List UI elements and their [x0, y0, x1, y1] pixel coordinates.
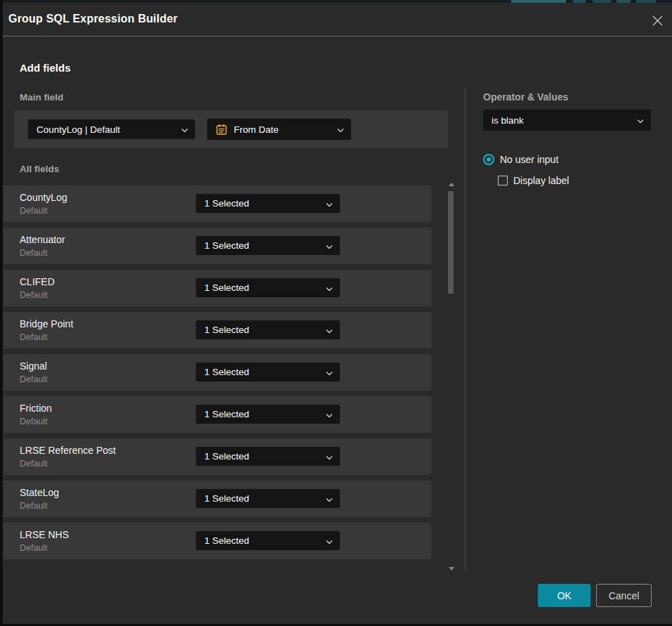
main-field-panel: CountyLog | Default From Date [14, 110, 448, 148]
field-sublabel: Default [20, 248, 48, 258]
field-selection-value: 1 Selected [204, 325, 249, 335]
field-row-clifed: CLIFED Default 1 Selected [3, 270, 431, 306]
operator-values-label: Operator & Values [483, 91, 568, 103]
field-row-lrse-nhs: LRSE NHS Default 1 Selected [3, 523, 431, 559]
field-selection-select[interactable]: 1 Selected [196, 194, 340, 213]
close-icon [652, 15, 664, 27]
cancel-button[interactable]: Cancel [596, 584, 652, 607]
field-name: Bridge Point [20, 318, 73, 330]
no-user-input-radio[interactable]: No user input [483, 153, 558, 166]
chevron-down-icon [326, 325, 333, 335]
chevron-down-icon [326, 493, 333, 504]
field-row-statelog: StateLog Default 1 Selected [3, 481, 431, 517]
field-sublabel: Default [20, 332, 48, 342]
chevron-down-icon [326, 535, 333, 546]
field-selection-value: 1 Selected [204, 240, 249, 251]
field-selection-value: 1 Selected [204, 367, 249, 377]
dialog-header: Group SQL Expression Builder [3, 3, 672, 37]
chevron-down-icon [326, 367, 333, 377]
display-label-checkbox[interactable]: Display label [498, 175, 569, 186]
close-button[interactable] [650, 13, 665, 28]
field-row-lrse-reference-post: LRSE Reference Post Default 1 Selected [3, 438, 431, 475]
main-field-source-value: CountyLog | Default [37, 124, 120, 135]
chevron-down-icon [326, 240, 333, 251]
field-row-friction: Friction Default 1 Selected [3, 396, 431, 433]
field-name: LRSE NHS [20, 529, 69, 540]
add-fields-heading: Add fields [20, 62, 71, 74]
chevron-down-icon [326, 198, 333, 209]
field-selection-value: 1 Selected [204, 282, 249, 293]
field-sublabel: Default [20, 459, 48, 469]
field-selection-select[interactable]: 1 Selected [196, 278, 340, 297]
chevron-down-icon [326, 282, 333, 293]
chevron-down-icon [637, 115, 644, 126]
group-sql-expression-builder-dialog: Group SQL Expression Builder Add fields … [3, 3, 672, 624]
field-selection-value: 1 Selected [204, 535, 249, 546]
field-row-attenuator: Attenuator Default 1 Selected [3, 228, 431, 264]
operator-select[interactable]: is blank [483, 110, 651, 131]
main-field-date-value: From Date [234, 124, 279, 135]
field-selection-value: 1 Selected [204, 198, 249, 209]
field-sublabel: Default [20, 417, 48, 426]
panel-divider [465, 88, 466, 570]
field-sublabel: Default [20, 501, 48, 511]
field-row-countylog: CountyLog Default 1 Selected [3, 185, 431, 222]
radio-selected-icon [483, 154, 494, 165]
field-selection-select[interactable]: 1 Selected [196, 320, 340, 339]
chevron-down-icon [181, 124, 188, 135]
field-selection-select[interactable]: 1 Selected [196, 531, 340, 550]
chevron-down-icon [326, 451, 333, 462]
field-selection-value: 1 Selected [204, 451, 249, 462]
field-name: LRSE Reference Post [20, 445, 116, 456]
ok-button[interactable]: OK [538, 584, 591, 607]
field-sublabel: Default [20, 543, 48, 553]
chevron-down-icon [326, 409, 333, 419]
field-name: Attenuator [20, 234, 65, 245]
field-name: CLIFED [20, 276, 55, 287]
display-label-label: Display label [513, 175, 569, 186]
all-fields-label: All fields [20, 164, 59, 174]
field-sublabel: Default [20, 374, 48, 384]
field-selection-select[interactable]: 1 Selected [196, 489, 340, 508]
field-selection-select[interactable]: 1 Selected [196, 405, 340, 424]
field-name: Friction [20, 403, 52, 414]
operator-value: is blank [492, 115, 524, 126]
field-selection-select[interactable]: 1 Selected [196, 363, 340, 382]
field-name: Signal [20, 360, 47, 372]
field-sublabel: Default [20, 290, 48, 300]
scrollbar-thumb[interactable] [448, 191, 454, 294]
chevron-down-icon [337, 124, 344, 135]
scroll-up-icon[interactable] [449, 183, 454, 186]
field-row-signal: Signal Default 1 Selected [3, 354, 431, 391]
field-name: StateLog [20, 487, 59, 498]
checkbox-unchecked-icon [498, 176, 508, 185]
field-row-bridge-point: Bridge Point Default 1 Selected [3, 312, 431, 348]
main-field-source-select[interactable]: CountyLog | Default [28, 119, 195, 139]
field-selection-value: 1 Selected [204, 493, 249, 504]
main-field-label: Main field [20, 92, 63, 103]
field-selection-select[interactable]: 1 Selected [196, 236, 340, 255]
field-selection-value: 1 Selected [204, 409, 249, 419]
dialog-title: Group SQL Expression Builder [8, 13, 178, 25]
list-scrollbar[interactable] [447, 181, 455, 572]
main-field-date-select[interactable]: From Date [207, 119, 351, 140]
field-selection-select[interactable]: 1 Selected [196, 447, 340, 466]
calendar-icon [216, 124, 228, 136]
no-user-input-label: No user input [500, 154, 558, 165]
scroll-down-icon[interactable] [449, 567, 454, 570]
field-name: CountyLog [20, 192, 67, 203]
field-sublabel: Default [20, 206, 48, 216]
